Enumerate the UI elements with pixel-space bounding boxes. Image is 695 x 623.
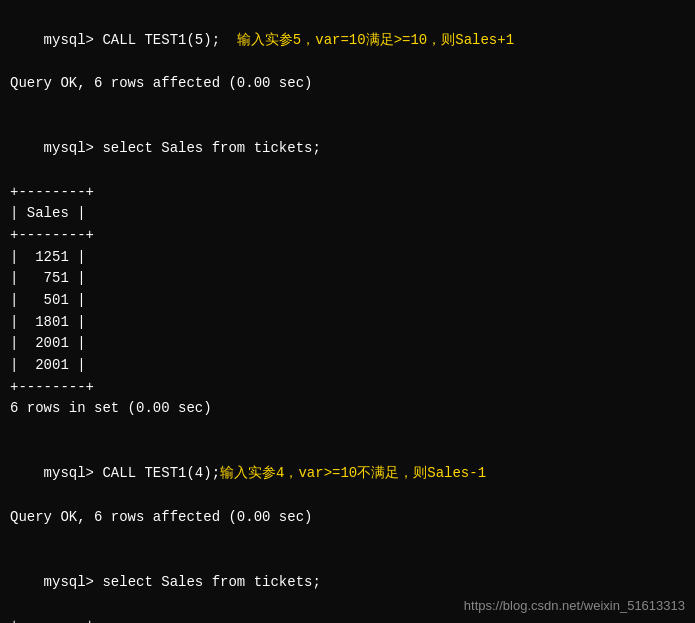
table1-row-3: | 501 | (10, 290, 685, 312)
table1-row-2: | 751 | (10, 268, 685, 290)
prompt-4: mysql> (44, 140, 103, 156)
terminal-window: mysql> CALL TEST1(5); 输入实参5，var=10满足>=10… (0, 0, 695, 623)
table1-header: | Sales | (10, 203, 685, 225)
table1-border-top: +--------+ (10, 182, 685, 204)
table2-border-top: +--------+ (10, 615, 685, 623)
cmd-call2-yellow: 输入实参4，var>=10不满足，则Sales-1 (220, 465, 486, 481)
line-4: mysql> select Sales from tickets; (10, 116, 685, 181)
table1-row-6: | 2001 | (10, 355, 685, 377)
table1-row-5: | 2001 | (10, 333, 685, 355)
prompt-1: mysql> (44, 32, 103, 48)
table1-border-bottom: +--------+ (10, 377, 685, 399)
empty-1 (10, 95, 685, 117)
cmd-call2-white: CALL TEST1(4); (102, 465, 220, 481)
line-1: mysql> CALL TEST1(5); 输入实参5，var=10满足>=10… (10, 8, 685, 73)
table1-border-mid: +--------+ (10, 225, 685, 247)
cmd-4-white: select Sales from tickets; (102, 140, 320, 156)
line-2: Query OK, 6 rows affected (0.00 sec) (10, 73, 685, 95)
prompt-call2: mysql> (44, 465, 103, 481)
table1-row-4: | 1801 | (10, 312, 685, 334)
empty-2 (10, 420, 685, 442)
empty-3 (10, 529, 685, 551)
prompt-select2: mysql> (44, 574, 103, 590)
cmd-1-white: CALL TEST1(5); (102, 32, 236, 48)
table1-rowcount: 6 rows in set (0.00 sec) (10, 398, 685, 420)
line-call2: mysql> CALL TEST1(4);输入实参4，var>=10不满足，则S… (10, 442, 685, 507)
watermark: https://blog.csdn.net/weixin_51613313 (464, 598, 685, 613)
cmd-1-yellow: 输入实参5，var=10满足>=10，则Sales+1 (237, 32, 514, 48)
call2-result: Query OK, 6 rows affected (0.00 sec) (10, 507, 685, 529)
table1-row-1: | 1251 | (10, 247, 685, 269)
cmd-select2-white: select Sales from tickets; (102, 574, 320, 590)
